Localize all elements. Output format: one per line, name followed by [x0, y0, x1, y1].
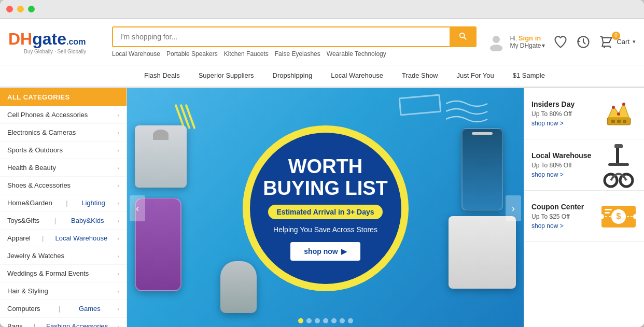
banner-dot-2[interactable] [306, 318, 312, 323]
sidebar-item-sports[interactable]: Sports & Outdoors › [0, 141, 127, 159]
svg-rect-15 [608, 163, 629, 166]
banner-dot-3[interactable] [315, 318, 320, 323]
svg-point-8 [612, 106, 615, 109]
sidebar-item-electronics[interactable]: Electronics & Cameras › [0, 124, 127, 141]
sidebar-item-computers[interactable]: Computers | Games › [0, 300, 127, 318]
svg-rect-12 [617, 120, 621, 123]
promo-coupon-link[interactable]: shop now > [531, 222, 595, 230]
chevron-icon: › [117, 165, 119, 171]
banner-dot-1[interactable] [298, 318, 303, 323]
svg-point-1 [490, 45, 502, 51]
sidebar-item-toys-gifts[interactable]: Toys&Gifts | Baby&Kids › [0, 212, 127, 230]
tab-trade-show[interactable]: Trade Show [393, 65, 447, 87]
promo-coupon-center: Coupon Center Up To $25 Off shop now > [524, 191, 644, 242]
my-dhgate[interactable]: My DHgate ▾ [510, 42, 545, 49]
banner-area: WORTH BUYING LIST Estimated Arrival in 3… [127, 88, 524, 327]
sidebar-item-hair-styling[interactable]: Hair & Styling › [0, 282, 127, 300]
sign-in-area[interactable]: Hi, Sign in My DHgate ▾ [487, 33, 545, 51]
sidebar-item-health-beauty[interactable]: Health & Beauty › [0, 159, 127, 177]
banner: WORTH BUYING LIST Estimated Arrival in 3… [127, 88, 524, 327]
user-icon [487, 33, 506, 51]
blower-product [220, 261, 257, 313]
promo-warehouse-link[interactable]: shop now > [531, 171, 595, 178]
sidebar-item-cell-phones[interactable]: Cell Phones & Accessories › [0, 106, 127, 124]
logo-com: .com [66, 37, 86, 46]
cart-label: Cart [617, 38, 629, 46]
chevron-icon: › [117, 130, 119, 136]
banner-dot-6[interactable] [340, 318, 345, 323]
shop-now-button[interactable]: shop now ▶ [290, 242, 360, 261]
banner-dot-7[interactable] [348, 318, 353, 323]
chevron-icon: › [117, 323, 119, 328]
svg-marker-3 [578, 39, 581, 42]
banner-dot-5[interactable] [331, 318, 337, 323]
close-button[interactable] [6, 6, 13, 12]
history-button[interactable] [576, 35, 591, 49]
promo-insiders-title: Insiders Day [531, 100, 595, 108]
sidebar-item-bags[interactable]: Bags | Fashion Accessories › [0, 318, 127, 327]
tag-wearable-tech[interactable]: Wearable Technology [327, 50, 386, 58]
banner-circle: WORTH BUYING LIST Estimated Arrival in 3… [243, 125, 409, 291]
promo-warehouse-sub: Up To 80% Off [531, 162, 595, 169]
svg-point-4 [604, 47, 606, 48]
speaker-product [461, 128, 503, 211]
tag-false-eyelashes[interactable]: False Eyelashes [275, 50, 320, 58]
tab-dropshipping[interactable]: Dropshipping [263, 65, 322, 87]
chevron-icon: › [117, 253, 119, 259]
header-actions: Hi, Sign in My DHgate ▾ [487, 33, 636, 51]
logo-gate: gate [32, 30, 66, 48]
search-input[interactable] [113, 27, 450, 46]
svg-point-9 [622, 103, 625, 106]
promo-insiders-day: Insiders Day Up To 80% Off shop now > [524, 88, 644, 139]
banner-next-button[interactable]: › [506, 195, 521, 221]
tag-portable-speakers[interactable]: Portable Speakers [166, 50, 218, 58]
logo-dh: DH [8, 30, 32, 48]
right-panel: Insiders Day Up To 80% Off shop now > [524, 88, 644, 327]
wishlist-button[interactable] [553, 35, 568, 49]
maximize-button[interactable] [28, 6, 35, 12]
tab-local-warehouse[interactable]: Local Warehouse [321, 65, 393, 87]
svg-point-0 [493, 36, 500, 43]
sign-in-link[interactable]: Sign in [519, 34, 541, 42]
promo-local-warehouse: Local Warehouse Up To 80% Off shop now > [524, 139, 644, 191]
cart-area[interactable]: 0 Cart ▾ [599, 35, 636, 49]
tag-local-warehouse[interactable]: Local Warehouse [112, 50, 160, 58]
svg-point-5 [610, 47, 611, 48]
tab-flash-deals[interactable]: Flash Deals [135, 65, 189, 87]
tag-kitchen-faucets[interactable]: Kitchen Faucets [224, 50, 269, 58]
banner-indicators [298, 318, 353, 323]
sidebar-item-home-garden[interactable]: Home&Garden | Lighting › [0, 194, 127, 212]
heart-icon [553, 35, 568, 49]
title-bar [0, 0, 644, 19]
logo-tagline: Buy Globally · Sell Globally [8, 49, 102, 54]
sidebar-item-apparel[interactable]: Apparel | Local Warehouse › [0, 230, 127, 247]
svg-rect-25 [605, 209, 612, 210]
nav-tabs: Flash Deals Superior Suppliers Dropshipp… [0, 65, 644, 87]
promo-warehouse-image [600, 147, 637, 183]
banner-title2: BUYING LIST [263, 178, 388, 200]
sidebar-item-jewelry[interactable]: Jewelry & Watches › [0, 247, 127, 265]
wave-lines [446, 98, 498, 124]
coupon-icon: $ [600, 201, 637, 232]
search-button[interactable] [450, 27, 475, 46]
sidebar-item-shoes[interactable]: Shoes & Accessories › [0, 177, 127, 194]
minimize-button[interactable] [17, 6, 24, 12]
tab-superior-suppliers[interactable]: Superior Suppliers [189, 65, 263, 87]
promo-coupon-title: Coupon Center [531, 203, 595, 211]
logo[interactable]: DHgate.com [8, 30, 102, 49]
banner-prev-button[interactable]: ‹ [130, 195, 145, 221]
banner-dot-4[interactable] [323, 318, 328, 323]
nav-bar: Flash Deals Superior Suppliers Dropshipp… [0, 65, 644, 88]
sidebar-header: ALL CATEGORIES [0, 88, 127, 106]
svg-rect-18 [614, 144, 623, 148]
svg-rect-26 [605, 212, 610, 214]
promo-insiders-link[interactable]: shop now > [531, 120, 595, 127]
logo-area: DHgate.com Buy Globally · Sell Globally [8, 30, 102, 54]
sidebar-item-weddings[interactable]: Weddings & Formal Events › [0, 265, 127, 282]
tab-1-sample[interactable]: $1 Sample [503, 65, 554, 87]
tab-just-for-you[interactable]: Just For You [447, 65, 503, 87]
svg-rect-11 [611, 120, 615, 123]
user-info: Hi, Sign in My DHgate ▾ [510, 34, 545, 49]
search-tags: Local Warehouse Portable Speakers Kitche… [112, 50, 477, 58]
svg-rect-13 [623, 120, 626, 123]
